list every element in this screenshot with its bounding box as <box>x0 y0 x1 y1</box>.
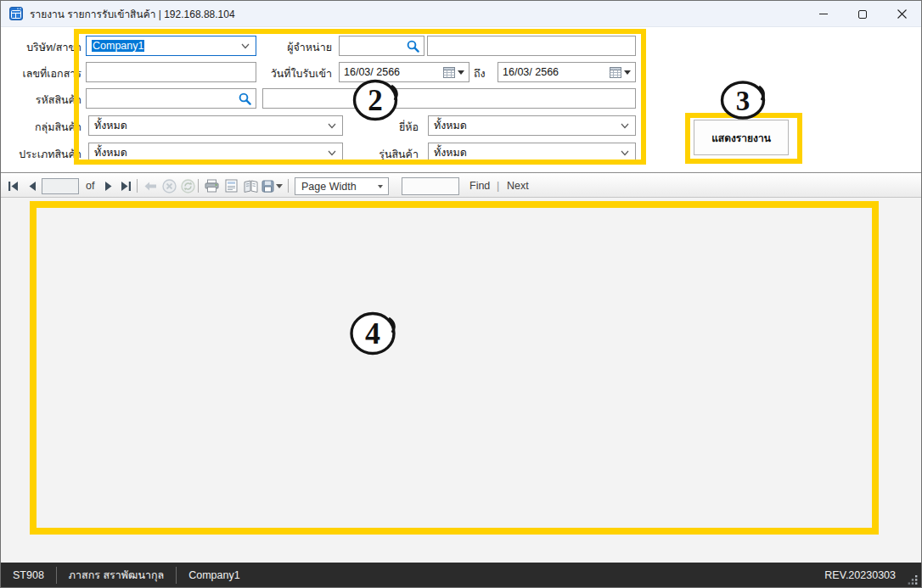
zoom-caret-icon <box>378 185 383 188</box>
minimize-button[interactable] <box>804 1 843 27</box>
show-report-button[interactable]: แสดงรายงาน <box>694 120 789 155</box>
find-button[interactable]: Find <box>469 180 490 192</box>
next-page-icon <box>104 181 113 192</box>
current-page-input[interactable] <box>42 178 79 194</box>
zoom-combobox[interactable]: Page Width <box>295 177 389 195</box>
product-name-input[interactable] <box>262 88 636 109</box>
calendar-caret-icon <box>624 70 631 75</box>
receipt-date-from-value: 16/03/ 2566 <box>344 66 443 78</box>
minimize-icon <box>819 14 828 14</box>
product-group-combobox[interactable]: ทั้งหมด <box>88 115 343 136</box>
window-controls <box>804 1 921 27</box>
supplier-search-icon[interactable] <box>407 40 419 53</box>
first-page-icon <box>8 181 20 192</box>
next-button[interactable]: Next <box>507 180 529 192</box>
product-group-value: ทั้งหมด <box>94 117 127 134</box>
resize-grip-icon[interactable] <box>908 574 919 585</box>
back-button <box>141 176 160 195</box>
print-layout-icon <box>225 179 238 193</box>
product-group-label: กลุ่มสินค้า <box>1 119 82 136</box>
next-page-button[interactable] <box>99 176 118 195</box>
calendar-icon <box>610 67 621 78</box>
brand-label: ยี่ห้อ <box>340 119 419 136</box>
find-next-separator: | <box>497 180 499 192</box>
product-model-value: ทั้งหมด <box>434 144 467 161</box>
product-type-combobox[interactable]: ทั้งหมด <box>88 143 343 163</box>
refresh-button <box>178 176 197 195</box>
supplier-label: ผู้จำหน่าย <box>217 39 332 56</box>
page-setup-button[interactable] <box>241 176 260 195</box>
doc-no-label: เลขที่เอกสาร <box>1 65 82 82</box>
export-caret-icon <box>276 184 283 188</box>
brand-value: ทั้งหมด <box>434 117 467 134</box>
supplier-code-field[interactable] <box>339 36 424 56</box>
product-model-label: รุ่นสินค้า <box>340 146 419 163</box>
brand-combobox[interactable]: ทั้งหมด <box>428 115 636 136</box>
maximize-button[interactable] <box>843 1 882 27</box>
chevron-down-icon <box>328 150 336 156</box>
previous-page-button[interactable] <box>23 176 42 195</box>
back-arrow-icon <box>144 182 157 191</box>
status-user-name: ภาสกร สราพัฒนากุล <box>57 567 176 584</box>
product-type-value: ทั้งหมด <box>94 144 127 161</box>
product-code-field[interactable] <box>86 88 256 109</box>
title-bar: รายงาน รายการรับเข้าสินค้า | 192.168.88.… <box>1 1 921 27</box>
stop-icon <box>162 179 177 193</box>
app-icon <box>9 7 23 20</box>
supplier-name-input[interactable] <box>427 36 636 56</box>
chevron-down-icon <box>621 150 629 156</box>
filter-form: บริษัท/สาขา Company1 ผู้จำหน่าย เลขที่เอ… <box>1 27 921 172</box>
receipt-date-from-picker[interactable]: 16/03/ 2566 <box>339 62 469 82</box>
printer-icon <box>205 179 219 193</box>
stop-button <box>160 176 178 195</box>
calendar-dropdown[interactable] <box>610 67 631 78</box>
print-layout-button[interactable] <box>222 176 240 195</box>
last-page-icon <box>120 181 132 192</box>
chevron-down-icon <box>621 123 629 129</box>
calendar-icon <box>443 67 455 78</box>
product-code-input[interactable] <box>87 91 239 106</box>
company-selected-value: Company1 <box>92 40 144 52</box>
receipt-date-label: วันที่ใบรับเข้า <box>217 65 332 82</box>
app-window: รายงาน รายการรับเข้าสินค้า | 192.168.88.… <box>0 0 922 588</box>
zoom-value: Page Width <box>301 181 357 193</box>
maximize-icon <box>858 10 867 19</box>
company-label: บริษัท/สาขา <box>1 39 82 56</box>
date-to-label: ถึง <box>474 65 492 82</box>
status-revision: REV.20230303 <box>824 569 921 581</box>
page-setup-icon <box>244 180 258 193</box>
toolbar-separator <box>198 179 199 193</box>
product-code-label: รหัสสินค้า <box>1 92 82 109</box>
calendar-dropdown[interactable] <box>443 67 464 78</box>
supplier-code-input[interactable] <box>340 38 407 53</box>
chevron-down-icon <box>328 123 336 129</box>
refresh-icon <box>181 179 195 193</box>
status-station-code: ST908 <box>1 569 56 581</box>
close-icon <box>897 9 907 19</box>
toolbar-separator <box>137 179 138 193</box>
receipt-date-to-picker[interactable]: 16/03/ 2566 <box>498 62 636 82</box>
find-text-input[interactable] <box>402 177 459 195</box>
print-button[interactable] <box>202 176 221 195</box>
first-page-button[interactable] <box>4 176 23 195</box>
window-title: รายงาน รายการรับเข้าสินค้า | 192.168.88.… <box>30 6 235 22</box>
calendar-caret-icon <box>458 70 464 75</box>
product-type-label: ประเภทสินค้า <box>1 146 82 163</box>
status-company-name: Company1 <box>177 569 251 581</box>
toolbar-separator <box>288 179 289 193</box>
export-save-icon <box>261 180 274 193</box>
last-page-button[interactable] <box>116 176 135 195</box>
product-model-combobox[interactable]: ทั้งหมด <box>428 143 636 163</box>
previous-page-icon <box>28 181 37 192</box>
report-toolbar: of Page <box>1 172 921 198</box>
close-button[interactable] <box>882 1 921 27</box>
of-label: of <box>86 180 94 192</box>
export-button[interactable] <box>260 176 284 195</box>
report-viewport <box>1 198 921 563</box>
status-bar: ST908 ภาสกร สราพัฒนากุล Company1 REV.202… <box>1 563 921 588</box>
product-search-icon[interactable] <box>239 92 251 105</box>
receipt-date-to-value: 16/03/ 2566 <box>503 66 610 78</box>
